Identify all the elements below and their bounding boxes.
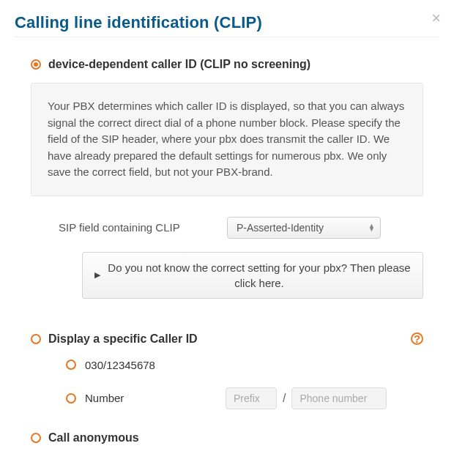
section-display-specific: Display a specific Caller ID ? 030/12345…	[31, 332, 423, 409]
separator-slash: /	[283, 392, 286, 405]
suboption-custom-number[interactable]: Number /	[66, 387, 423, 409]
suboption-example-label: 030/12345678	[85, 359, 173, 371]
close-icon[interactable]: ×	[431, 10, 441, 26]
info-box: Your PBX determines which caller ID is d…	[31, 83, 423, 196]
sip-field-label: SIP field containing CLIP	[59, 221, 227, 234]
radio-icon[interactable]	[66, 360, 76, 370]
page-title: Calling line identification (CLIP)	[15, 13, 439, 32]
radio-icon[interactable]	[31, 433, 41, 443]
section-device-dependent: device-dependent caller ID (CLIP no scre…	[31, 58, 423, 299]
number-inputs: /	[226, 387, 387, 409]
triangle-right-icon: ▶	[94, 269, 100, 280]
option-call-anonymous[interactable]: Call anonymous	[31, 431, 423, 445]
option-device-dependent-label: device-dependent caller ID (CLIP no scre…	[48, 58, 310, 71]
sip-field-select-wrap: P-Asserted-Identity ▲▼	[227, 217, 381, 239]
content: device-dependent caller ID (CLIP no scre…	[15, 58, 439, 445]
radio-icon[interactable]	[66, 393, 76, 404]
suboption-example-number[interactable]: 030/12345678	[66, 359, 423, 371]
option-call-anonymous-label: Call anonymous	[48, 431, 139, 445]
sip-field-row: SIP field containing CLIP P-Asserted-Ide…	[59, 217, 423, 239]
pbx-hint-button[interactable]: ▶ Do you not know the correct setting fo…	[82, 252, 423, 299]
suboption-number-label: Number	[85, 392, 173, 404]
phone-input[interactable]	[291, 387, 387, 409]
option-display-specific-label: Display a specific Caller ID	[48, 332, 198, 346]
section-call-anonymous: Call anonymous	[31, 431, 423, 445]
clip-modal: × Calling line identification (CLIP) dev…	[0, 0, 454, 476]
display-specific-suboptions: 030/12345678 Number /	[66, 359, 423, 409]
option-device-dependent[interactable]: device-dependent caller ID (CLIP no scre…	[31, 58, 423, 71]
help-icon[interactable]: ?	[411, 332, 423, 345]
radio-icon[interactable]	[31, 334, 41, 344]
sip-field-select[interactable]: P-Asserted-Identity	[227, 217, 381, 239]
prefix-input[interactable]	[226, 387, 277, 409]
option-display-specific[interactable]: Display a specific Caller ID ?	[31, 332, 423, 346]
pbx-hint-text: Do you not know the correct setting for …	[108, 260, 411, 291]
divider	[15, 37, 439, 37]
radio-selected-icon[interactable]	[31, 59, 41, 70]
